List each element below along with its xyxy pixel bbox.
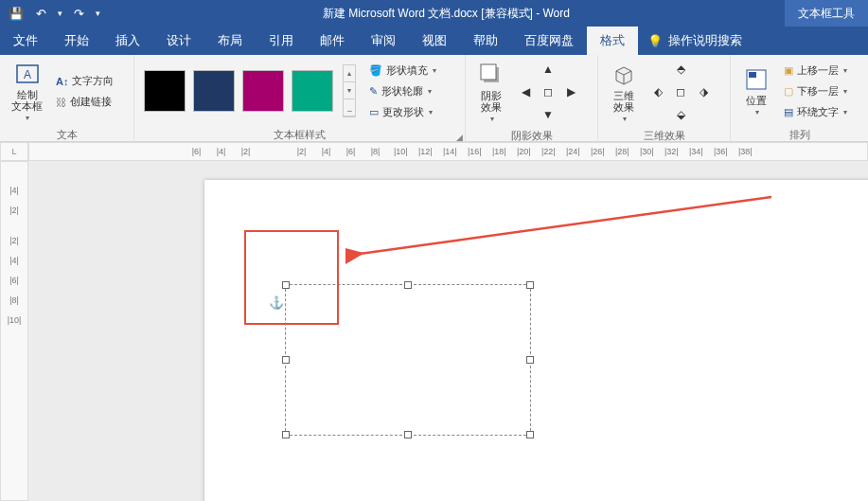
gallery-up-button[interactable]: ▴	[344, 65, 355, 82]
shadow-effect-button[interactable]: 阴影 效果 ▾	[471, 60, 511, 125]
contextual-tab-label: 文本框工具	[785, 0, 868, 27]
work-area: |4||2||2||4||6||8||10| ⚓	[0, 161, 868, 501]
style-swatch-4[interactable]	[292, 70, 333, 112]
group-text: A 绘制 文本框 ▾ A↕ 文字方向 ⛓ 创建链接 文本	[0, 55, 134, 142]
outline-icon: ✎	[369, 85, 378, 98]
style-swatch-2[interactable]	[193, 70, 235, 112]
change-shape-icon: ▭	[369, 106, 379, 118]
textbox-icon: A	[14, 61, 41, 87]
nudge-shadow-up[interactable]: ▲	[538, 59, 558, 80]
position-button[interactable]: 位置 ▾	[736, 64, 776, 118]
group-3d: 三维 效果 ▾ ⬘ ⬖ ◻ ⬗ ⬙ 三维效果	[598, 55, 731, 142]
ruler-corner[interactable]: L	[0, 142, 28, 161]
tilt-left[interactable]: ⬖	[647, 81, 668, 102]
group-textbox-styles: ▴ ▾ ⎯ 🪣 形状填充▾ ✎ 形状轮廓▾ ▭ 更改形状▾ 文本框样式◢	[134, 55, 466, 142]
undo-button[interactable]: ↶	[30, 3, 51, 24]
group-label-3d: 三维效果	[598, 129, 730, 143]
group-shadow: 阴影 效果 ▾ ▲ ◀ ◻ ▶ ▼ 阴影效果	[466, 55, 598, 142]
resize-handle-bottom-right[interactable]	[526, 431, 534, 438]
tab-design[interactable]: 设计	[153, 27, 204, 55]
group-label-styles: 文本框样式◢	[134, 127, 465, 142]
nudge-shadow-right[interactable]: ▶	[560, 81, 581, 102]
annotation-highlight-box	[244, 230, 339, 325]
svg-rect-3	[481, 64, 496, 80]
tilt-up[interactable]: ⬘	[670, 59, 691, 80]
cube-icon	[611, 62, 637, 88]
position-icon	[743, 66, 770, 93]
tab-help[interactable]: 帮助	[460, 27, 511, 55]
bring-forward-button[interactable]: ▣ 上移一层▾	[780, 61, 851, 80]
gallery-scroll: ▴ ▾ ⎯	[343, 64, 356, 117]
lightbulb-icon: 💡	[647, 34, 663, 48]
text-direction-button[interactable]: A↕ 文字方向	[52, 72, 117, 91]
resize-handle-bottom[interactable]	[404, 431, 412, 438]
resize-handle-top-right[interactable]	[526, 281, 534, 289]
tab-layout[interactable]: 布局	[204, 27, 256, 55]
create-link-button[interactable]: ⛓ 创建链接	[52, 93, 117, 112]
shadow-toggle[interactable]: ◻	[538, 81, 558, 102]
draw-textbox-button[interactable]: A 绘制 文本框 ▾	[6, 59, 48, 124]
resize-handle-left[interactable]	[282, 356, 290, 364]
3d-effect-button[interactable]: 三维 效果 ▾	[604, 60, 644, 125]
3d-toggle[interactable]: ◻	[670, 81, 691, 102]
tab-file[interactable]: 文件	[0, 27, 51, 55]
send-backward-button[interactable]: ▢ 下移一层▾	[780, 81, 851, 100]
wrap-text-button[interactable]: ▤ 环绕文字▾	[780, 102, 851, 121]
change-shape-button[interactable]: ▭ 更改形状▾	[365, 102, 440, 121]
shape-outline-button[interactable]: ✎ 形状轮廓▾	[365, 81, 440, 100]
tab-home[interactable]: 开始	[51, 27, 102, 55]
group-label-shadow: 阴影效果	[466, 129, 597, 143]
dialog-launcher-icon[interactable]: ◢	[456, 133, 463, 142]
shadow-icon	[478, 62, 505, 88]
style-swatch-3[interactable]	[242, 70, 284, 112]
tab-mailings[interactable]: 邮件	[307, 27, 358, 55]
gallery-more-button[interactable]: ⎯	[344, 99, 355, 116]
tab-format[interactable]: 格式	[587, 27, 638, 55]
qat-customize-dropdown[interactable]: ▾	[93, 3, 102, 24]
resize-handle-top[interactable]	[404, 281, 412, 289]
save-button[interactable]: 💾	[6, 3, 27, 24]
undo-dropdown[interactable]: ▾	[55, 3, 64, 24]
annotation-arrow	[345, 189, 781, 265]
group-label-text: 文本	[0, 128, 133, 142]
svg-rect-9	[749, 72, 756, 78]
tab-references[interactable]: 引用	[256, 27, 307, 55]
send-backward-icon: ▢	[784, 85, 793, 98]
chevron-down-icon: ▾	[26, 114, 29, 122]
tab-view[interactable]: 视图	[409, 27, 460, 55]
text-direction-icon: A↕	[56, 76, 68, 87]
resize-handle-bottom-left[interactable]	[282, 431, 290, 438]
nudge-shadow-left[interactable]: ◀	[515, 81, 536, 102]
quick-access-toolbar: 💾 ↶ ▾ ↷ ▾	[0, 3, 108, 24]
tell-me-search[interactable]: 💡 操作说明搜索	[647, 27, 742, 55]
style-gallery	[140, 66, 337, 116]
tell-me-label: 操作说明搜索	[668, 32, 742, 49]
tab-insert[interactable]: 插入	[102, 27, 153, 55]
ribbon: A 绘制 文本框 ▾ A↕ 文字方向 ⛓ 创建链接 文本	[0, 55, 868, 142]
shape-fill-button[interactable]: 🪣 形状填充▾	[365, 61, 440, 80]
document-canvas[interactable]: ⚓	[28, 161, 868, 501]
tab-review[interactable]: 审阅	[358, 27, 409, 55]
svg-line-11	[360, 197, 771, 254]
ribbon-tabs: 文件 开始 插入 设计 布局 引用 邮件 审阅 视图 帮助 百度网盘 格式 💡 …	[0, 27, 868, 55]
ruler-row: L |6||4||2| |2||4||6||8||10||12||14||16|…	[0, 142, 868, 161]
link-icon: ⛓	[56, 97, 66, 108]
svg-text:A: A	[23, 68, 30, 81]
tab-baidu[interactable]: 百度网盘	[511, 27, 587, 55]
title-bar: 💾 ↶ ▾ ↷ ▾ 新建 Microsoft Word 文档.docx [兼容模…	[0, 0, 868, 27]
horizontal-ruler[interactable]: |6||4||2| |2||4||6||8||10||12||14||16||1…	[28, 142, 868, 161]
group-label-arrange: 排列	[731, 127, 868, 142]
redo-button[interactable]: ↷	[68, 3, 89, 24]
group-arrange: 位置 ▾ ▣ 上移一层▾ ▢ 下移一层▾ ▤ 环绕文字▾ 排列	[731, 55, 868, 142]
bring-forward-icon: ▣	[784, 64, 793, 77]
fill-icon: 🪣	[369, 64, 382, 77]
resize-handle-right[interactable]	[526, 356, 534, 364]
tilt-down[interactable]: ⬙	[670, 104, 691, 125]
vertical-ruler[interactable]: |4||2||2||4||6||8||10|	[0, 161, 28, 501]
nudge-shadow-down[interactable]: ▼	[538, 104, 558, 125]
gallery-down-button[interactable]: ▾	[344, 82, 355, 99]
style-swatch-1[interactable]	[144, 70, 186, 112]
tilt-right[interactable]: ⬗	[693, 81, 714, 102]
window-title: 新建 Microsoft Word 文档.docx [兼容模式] - Word	[108, 6, 785, 22]
wrap-text-icon: ▤	[784, 106, 793, 118]
